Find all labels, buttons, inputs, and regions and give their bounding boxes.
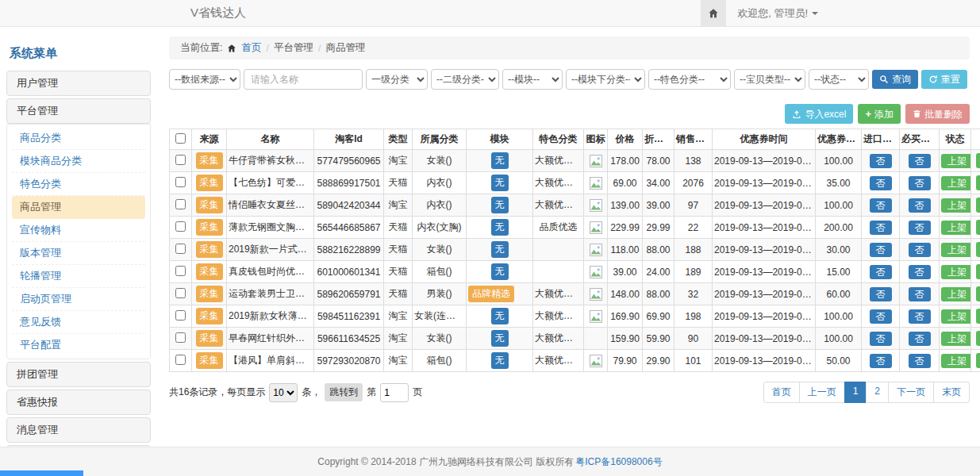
status-button[interactable]: 上架: [941, 354, 971, 368]
sidebar-section-3[interactable]: 省惠快报: [6, 390, 151, 415]
must-buy-toggle-button[interactable]: 否: [909, 287, 931, 301]
status-button[interactable]: 上架: [941, 287, 971, 301]
filter-select-6[interactable]: --状态--: [809, 69, 869, 90]
edit-button[interactable]: [976, 175, 980, 190]
edit-button[interactable]: [976, 353, 980, 368]
sidebar-item-7[interactable]: 启动页管理: [12, 288, 145, 311]
filter-select-5[interactable]: --宝贝类型--: [734, 69, 805, 90]
import-toggle-button[interactable]: 否: [870, 309, 892, 324]
status-button[interactable]: 上架: [941, 265, 971, 279]
table-row-3: 采集薄款无钢圈文胸聚拢性...565446685867天猫内衣(文胸)无品质优选…: [170, 217, 980, 239]
edit-button[interactable]: [976, 153, 980, 168]
edit-button[interactable]: [976, 220, 980, 235]
must-buy-toggle-button[interactable]: 否: [909, 198, 931, 213]
must-buy-toggle-button[interactable]: 否: [909, 332, 931, 346]
sidebar-item-9[interactable]: 平台配置: [12, 334, 145, 356]
page-button-1[interactable]: 上一页: [799, 382, 845, 403]
must-buy-toggle-button[interactable]: 否: [909, 221, 931, 235]
import-toggle-button[interactable]: 否: [870, 176, 892, 190]
per-page-select[interactable]: 10: [269, 383, 298, 402]
add-button[interactable]: + 添加: [858, 104, 901, 124]
scrollbar-thumb[interactable]: [0, 470, 83, 476]
must-buy-toggle-button[interactable]: 否: [909, 176, 931, 190]
import-toggle-button[interactable]: 否: [870, 265, 892, 279]
import-toggle-button[interactable]: 否: [870, 332, 892, 346]
status-button[interactable]: 上架: [941, 154, 971, 168]
row-checkbox[interactable]: [175, 288, 186, 298]
query-button[interactable]: 查询: [872, 70, 918, 89]
product-type: 淘宝: [384, 150, 413, 172]
sidebar-section-1[interactable]: 平台管理: [6, 98, 151, 124]
row-checkbox[interactable]: [175, 221, 186, 232]
sidebar-section-0[interactable]: 用户管理: [6, 71, 151, 96]
home-button[interactable]: [701, 0, 726, 26]
select-all-checkbox[interactable]: [175, 133, 186, 144]
import-toggle-button[interactable]: 否: [870, 198, 892, 213]
module-badge: 无: [491, 241, 509, 258]
row-checkbox[interactable]: [175, 310, 186, 321]
row-checkbox[interactable]: [175, 199, 186, 209]
import-excel-button[interactable]: 导入excel: [785, 104, 853, 124]
must-buy-toggle-button[interactable]: 否: [909, 154, 931, 168]
must-buy-toggle-button[interactable]: 否: [909, 309, 931, 324]
filter-select-4[interactable]: --特色分类--: [648, 69, 731, 90]
page-button-3[interactable]: 2: [866, 382, 889, 403]
status-button[interactable]: 上架: [941, 198, 971, 213]
reset-button[interactable]: 重置: [921, 70, 967, 89]
row-checkbox[interactable]: [175, 155, 186, 165]
status-button[interactable]: 上架: [941, 309, 971, 324]
page-button-5[interactable]: 末页: [933, 382, 970, 403]
edit-button[interactable]: [976, 286, 980, 301]
icp-link[interactable]: 粤ICP备16098006号: [575, 455, 662, 469]
row-checkbox[interactable]: [175, 244, 186, 254]
import-toggle-button[interactable]: 否: [870, 154, 892, 168]
import-toggle-button[interactable]: 否: [870, 287, 892, 301]
must-buy-toggle-button[interactable]: 否: [909, 354, 931, 368]
row-checkbox[interactable]: [175, 266, 186, 276]
filter-select-0[interactable]: 一级分类: [366, 69, 428, 90]
status-button[interactable]: 上架: [941, 176, 971, 190]
must-buy-toggle-button[interactable]: 否: [909, 243, 931, 257]
batch-delete-button[interactable]: 批量删除: [905, 104, 970, 124]
row-checkbox[interactable]: [175, 355, 186, 365]
sidebar-item-6[interactable]: 轮播管理: [12, 265, 145, 288]
status-button[interactable]: 上架: [941, 332, 971, 346]
edit-button[interactable]: [976, 264, 980, 279]
page-button-4[interactable]: 下一页: [888, 382, 934, 403]
sidebar-item-4[interactable]: 宣传物料: [12, 219, 145, 242]
page-button-0[interactable]: 首页: [763, 382, 800, 403]
user-menu[interactable]: 欢迎您, 管理员!: [726, 0, 829, 26]
sidebar-item-2[interactable]: 特色分类: [12, 173, 145, 196]
breadcrumb-home-link[interactable]: 首页: [241, 41, 261, 55]
row-checkbox[interactable]: [175, 177, 186, 187]
sidebar-item-1[interactable]: 模块商品分类: [12, 150, 145, 173]
coupon-time: 2019-09-13—2019-09-17: [713, 150, 816, 172]
edit-button[interactable]: [976, 331, 980, 346]
sidebar-item-0[interactable]: 商品分类: [12, 127, 145, 150]
must-buy-toggle-button[interactable]: 否: [909, 265, 931, 279]
name-search-input[interactable]: [244, 69, 363, 90]
import-toggle-button[interactable]: 否: [870, 221, 892, 235]
page-button-2[interactable]: 1: [844, 382, 867, 403]
import-toggle-button[interactable]: 否: [870, 243, 892, 257]
edit-button[interactable]: [976, 309, 980, 324]
row-select-cell: [170, 305, 192, 328]
edit-button[interactable]: [976, 198, 980, 213]
filter-select-1[interactable]: --二级分类--: [431, 69, 499, 90]
status-button[interactable]: 上架: [941, 243, 971, 257]
sidebar-section-4[interactable]: 消息管理: [6, 417, 151, 443]
sidebar-item-5[interactable]: 版本管理: [12, 242, 145, 265]
import-toggle-button[interactable]: 否: [870, 354, 892, 368]
filter-select-3[interactable]: --模块下分类--: [566, 69, 645, 90]
sidebar-item-8[interactable]: 意见反馈: [12, 311, 145, 334]
sidebar-item-3[interactable]: 商品管理: [12, 196, 145, 219]
sidebar-section-2[interactable]: 拼团管理: [6, 362, 151, 387]
filter-select-2[interactable]: --模块--: [502, 69, 563, 90]
filter-select-source[interactable]: --数据来源--: [169, 69, 240, 90]
row-checkbox[interactable]: [175, 332, 186, 343]
edit-button[interactable]: [976, 242, 980, 257]
status-button[interactable]: 上架: [941, 221, 971, 235]
breadcrumb-separator: /: [318, 43, 321, 54]
jump-page-input[interactable]: [380, 383, 409, 402]
product-category: 箱包(): [413, 350, 467, 372]
